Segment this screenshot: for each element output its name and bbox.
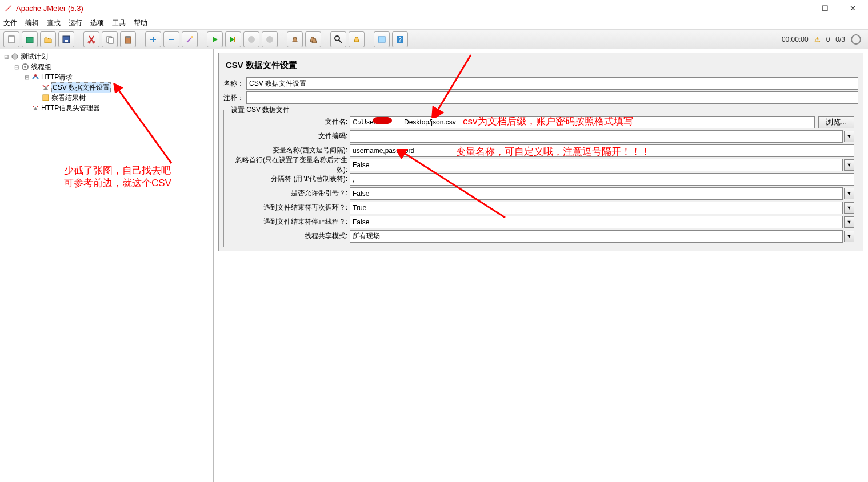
- redaction-mark: [373, 117, 392, 124]
- svg-point-17: [12, 54, 18, 59]
- minimize-button[interactable]: —: [789, 3, 806, 14]
- tree-result-tree[interactable]: 察看结果树: [1, 93, 212, 103]
- encoding-label: 文件编码:: [227, 131, 350, 141]
- svg-rect-0: [9, 36, 14, 43]
- menu-options[interactable]: 选项: [90, 18, 104, 28]
- stop-dropdown-icon[interactable]: ▼: [844, 216, 854, 228]
- svg-point-12: [266, 36, 273, 43]
- svg-point-20: [34, 74, 37, 77]
- paste-button[interactable]: [120, 31, 136, 47]
- svg-rect-9: [126, 36, 130, 38]
- csv-settings-fieldset: 设置 CSV 数据文件 文件名: 浏览... 文件编码: ▼ 变量名称(西文逗号…: [223, 110, 858, 247]
- filename-label: 文件名:: [227, 117, 350, 127]
- config-panel: CSV 数据文件设置 名称： 注释： 设置 CSV 数据文件 文件名: 浏览..…: [218, 53, 863, 251]
- varnames-label: 变量名称(西文逗号间隔):: [227, 146, 350, 155]
- svg-rect-7: [109, 38, 113, 43]
- error-count: 0: [826, 35, 830, 43]
- menu-file[interactable]: 文件: [3, 18, 17, 28]
- tree-test-plan[interactable]: ⊟ 测试计划: [1, 51, 212, 62]
- reset-search-button[interactable]: [349, 31, 365, 47]
- tree-header-manager[interactable]: HTTP信息头管理器: [1, 103, 212, 113]
- stop-combo[interactable]: False: [350, 216, 843, 228]
- elapsed-time: 00:00:00: [782, 35, 809, 43]
- fieldset-legend: 设置 CSV 数据文件: [229, 105, 292, 115]
- comment-label: 注释：: [223, 93, 246, 103]
- run-button[interactable]: [207, 31, 223, 47]
- svg-rect-3: [65, 40, 68, 42]
- globe-icon: [851, 34, 861, 45]
- close-button[interactable]: ✕: [844, 3, 861, 14]
- delimiter-label: 分隔符 (用'\t'代替制表符):: [227, 174, 350, 184]
- test-plan-tree[interactable]: ⊟ 测试计划 ⊟ 线程组 ⊟ HTTP请求 CSV 数据文件设置 察看结果树: [0, 49, 214, 482]
- svg-rect-21: [43, 95, 49, 101]
- svg-point-10: [191, 36, 193, 38]
- menu-search[interactable]: 查找: [47, 18, 61, 28]
- encoding-dropdown-icon[interactable]: ▼: [844, 131, 854, 142]
- new-button[interactable]: [3, 31, 19, 47]
- name-input[interactable]: [246, 77, 858, 90]
- wand-button[interactable]: [182, 31, 198, 47]
- remove-button[interactable]: [163, 31, 179, 47]
- ignore-first-label: 忽略首行(只在设置了变量名称后才生效):: [227, 155, 350, 175]
- recycle-combo[interactable]: True: [350, 202, 843, 214]
- toolbar: ? 00:00:00 ⚠ 0 0/3: [0, 30, 868, 49]
- open-button[interactable]: [40, 31, 56, 47]
- varnames-input[interactable]: [350, 144, 854, 157]
- allow-quote-combo[interactable]: False: [350, 187, 843, 200]
- recycle-dropdown-icon[interactable]: ▼: [844, 202, 854, 214]
- help-button[interactable]: ?: [392, 31, 408, 47]
- svg-rect-14: [378, 37, 385, 42]
- stop-label: 遇到文件结束符停止线程？:: [227, 217, 350, 227]
- app-icon: [5, 5, 13, 13]
- filename-input[interactable]: [350, 116, 815, 128]
- ignore-first-combo[interactable]: False: [350, 159, 843, 171]
- recycle-label: 遇到文件结束符再次循环？:: [227, 203, 350, 212]
- warning-icon[interactable]: ⚠: [814, 35, 821, 43]
- share-label: 线程共享模式:: [227, 231, 350, 241]
- encoding-input[interactable]: [350, 130, 843, 143]
- clear-button[interactable]: [287, 31, 303, 47]
- clear-all-button[interactable]: [305, 31, 321, 47]
- annotation-tree-note: 少截了张图，自己找去吧 可参考前边，就这个CSV: [64, 164, 171, 190]
- share-dropdown-icon[interactable]: ▼: [844, 231, 854, 242]
- save-button[interactable]: [58, 31, 74, 47]
- tree-csv-config[interactable]: CSV 数据文件设置: [1, 82, 212, 93]
- ignore-first-dropdown-icon[interactable]: ▼: [844, 159, 854, 171]
- delimiter-input[interactable]: [350, 173, 854, 186]
- add-button[interactable]: [145, 31, 161, 47]
- menu-run[interactable]: 运行: [69, 18, 82, 28]
- svg-text:?: ?: [398, 37, 402, 43]
- panel-title: CSV 数据文件设置: [223, 57, 858, 75]
- search-button[interactable]: [330, 31, 346, 47]
- comment-input[interactable]: [246, 91, 858, 104]
- titlebar: Apache JMeter (5.3) — ☐ ✕: [0, 0, 868, 17]
- menu-tools[interactable]: 工具: [112, 18, 126, 28]
- shutdown-button[interactable]: [262, 31, 278, 47]
- menu-edit[interactable]: 编辑: [25, 18, 39, 28]
- menubar: 文件 编辑 查找 运行 选项 工具 帮助: [0, 17, 868, 30]
- allow-quote-label: 是否允许带引号？:: [227, 188, 350, 198]
- svg-point-11: [248, 36, 255, 43]
- share-combo[interactable]: 所有现场: [350, 230, 843, 243]
- copy-button[interactable]: [102, 31, 118, 47]
- function-helper-button[interactable]: [374, 31, 390, 47]
- window-title: Apache JMeter (5.3): [16, 4, 789, 13]
- templates-button[interactable]: [22, 31, 38, 47]
- tree-thread-group[interactable]: ⊟ 线程组: [1, 62, 212, 72]
- svg-point-13: [335, 36, 339, 41]
- svg-rect-1: [26, 37, 33, 43]
- menu-help[interactable]: 帮助: [134, 18, 147, 28]
- svg-point-19: [24, 66, 26, 68]
- browse-button[interactable]: 浏览...: [818, 116, 854, 128]
- thread-count: 0/3: [835, 35, 845, 43]
- cut-button[interactable]: [83, 31, 99, 47]
- stop-button[interactable]: [243, 31, 259, 47]
- tree-http-request[interactable]: ⊟ HTTP请求: [1, 72, 212, 82]
- name-label: 名称：: [223, 79, 246, 89]
- run-no-pause-button[interactable]: [225, 31, 241, 47]
- maximize-button[interactable]: ☐: [817, 3, 834, 14]
- allow-quote-dropdown-icon[interactable]: ▼: [844, 188, 854, 199]
